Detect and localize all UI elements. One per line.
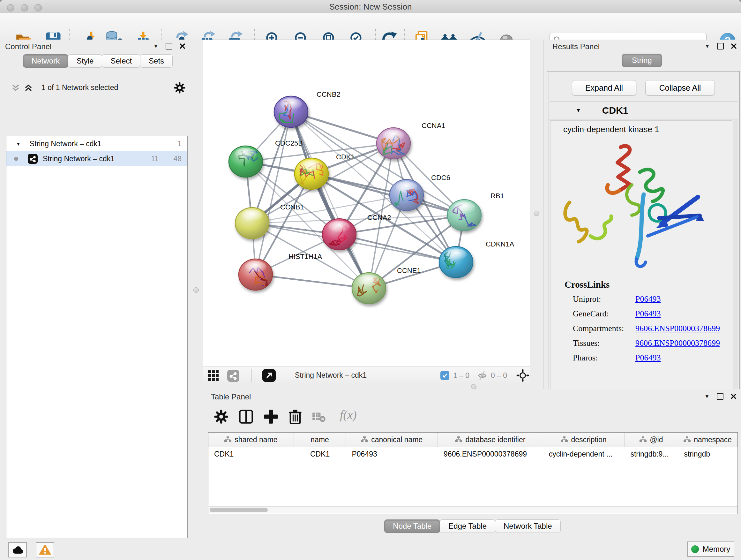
vertical-splitter-left[interactable] — [189, 40, 203, 538]
crosslinks-list: Uniprot:P06493GeneCard:P06493Compartment… — [573, 292, 732, 365]
column-header-database-identifier[interactable]: database identifier — [438, 433, 543, 447]
results-panel: Results Panel ▼ String Expand All Collap… — [543, 40, 741, 389]
control-panel-tabs: NetworkStyleSelectSets — [23, 54, 172, 68]
crosslink-link[interactable]: P06493 — [635, 309, 661, 319]
crosslink-link[interactable]: 9606.ENSP00000378699 — [635, 324, 720, 333]
network-view-title: String Network – cdk1 — [295, 371, 367, 380]
table-cell[interactable]: P06493 — [346, 447, 438, 461]
vertical-splitter-right[interactable] — [530, 40, 543, 389]
tab-string[interactable]: String — [622, 54, 662, 67]
protein-structure-image[interactable] — [560, 140, 707, 277]
tab-network-table[interactable]: Network Table — [495, 519, 561, 533]
results-card: Expand All Collapse All ▼ CDK1 cyclin-de… — [547, 71, 740, 405]
network-node-CDKN1A[interactable]: CDKN1A — [439, 240, 515, 278]
tab-style[interactable]: Style — [68, 54, 102, 68]
delete-table-icon[interactable] — [312, 411, 326, 423]
table-horizontal-scrollbar[interactable] — [209, 506, 738, 513]
export-view-button[interactable] — [262, 369, 276, 382]
birdseye-grid-icon[interactable] — [207, 370, 219, 382]
close-panel-icon[interactable] — [731, 393, 737, 399]
table-settings-gear-icon[interactable] — [213, 408, 229, 425]
tab-network[interactable]: Network — [23, 54, 68, 68]
column-header-description[interactable]: description — [543, 433, 625, 447]
network-edge[interactable] — [252, 215, 464, 223]
node-gloss — [241, 209, 263, 222]
crosshair-icon[interactable] — [516, 369, 529, 382]
network-collection-row[interactable]: ▼ String Network – cdk1 1 — [6, 136, 187, 151]
hierarchy-icon — [561, 436, 568, 443]
panel-menu-icon[interactable]: ▼ — [704, 43, 710, 50]
network-share-toggle-icon[interactable] — [227, 370, 239, 382]
selected-counts: 1 – 0 — [453, 371, 469, 380]
table-cell[interactable]: stringdb — [678, 447, 738, 461]
network-node-HIST1H1A[interactable]: HIST1H1A — [239, 253, 322, 290]
gene-header-row[interactable]: ▼ CDK1 — [549, 102, 738, 119]
delete-column-trash-icon[interactable] — [287, 408, 304, 425]
column-header-canonical-name[interactable]: canonical name — [346, 433, 438, 447]
node-label-CCNB1: CCNB1 — [280, 203, 304, 211]
close-panel-icon[interactable] — [179, 43, 185, 49]
tab-node-table[interactable]: Node Table — [384, 519, 440, 533]
network-edge[interactable] — [339, 215, 464, 234]
network-edge[interactable] — [291, 112, 369, 288]
float-panel-icon[interactable] — [717, 393, 724, 400]
hierarchy-icon — [684, 436, 690, 443]
expand-all-icon[interactable] — [23, 83, 33, 92]
collapse-all-button[interactable]: Collapse All — [645, 80, 715, 96]
node-label-CDC25B: CDC25B — [275, 139, 303, 147]
table-cell[interactable]: 9606.ENSP00000378699 — [438, 447, 543, 461]
node-label-HIST1H1A: HIST1H1A — [288, 253, 322, 260]
hierarchy-icon — [639, 436, 647, 443]
add-column-icon[interactable] — [263, 408, 279, 425]
tab-edge-table[interactable]: Edge Table — [440, 519, 495, 533]
table-row[interactable]: CDK1CDK1P064939606.ENSP00000378699cyclin… — [208, 447, 738, 461]
results-vertical-scrollbar[interactable] — [733, 120, 738, 396]
gear-icon[interactable] — [174, 82, 186, 94]
crosslinks-title: CrossLinks — [564, 279, 732, 290]
gene-description: cyclin-dependent kinase 1 — [550, 121, 732, 134]
memory-button[interactable]: Memory — [687, 542, 734, 557]
show-columns-icon[interactable] — [238, 408, 254, 425]
network-canvas[interactable]: CCNB2CCNA1CDC25BCDK1CDC6RB1CCNB1CCNA2CDK… — [203, 40, 530, 367]
network-row-selected[interactable]: String Network – cdk1 11 48 — [6, 151, 187, 166]
float-panel-icon[interactable] — [165, 43, 172, 50]
table-cell[interactable]: stringdb:9... — [624, 447, 678, 461]
crosslink-row: Compartments:9606.ENSP00000378699 — [573, 321, 732, 336]
tab-select[interactable]: Select — [102, 54, 140, 68]
crosslink-label: Uniprot: — [573, 294, 635, 304]
selected-checkbox-icon[interactable] — [441, 371, 449, 380]
crosslink-label: GeneCard: — [573, 309, 635, 319]
panel-menu-icon[interactable]: ▼ — [704, 393, 710, 400]
column-header-name[interactable]: name — [294, 433, 346, 447]
tab-sets[interactable]: Sets — [140, 54, 173, 68]
table-cell[interactable]: CDK1 — [208, 447, 294, 461]
panel-menu-icon[interactable]: ▼ — [153, 43, 158, 50]
network-node-RB1[interactable]: RB1 — [448, 192, 504, 231]
column-header-@id[interactable]: @id — [624, 433, 678, 447]
hidden-eye-icon — [477, 370, 488, 381]
collapse-all-icon[interactable] — [11, 83, 20, 92]
node-gloss — [396, 181, 417, 193]
column-header-shared-name[interactable]: shared name — [208, 433, 294, 447]
hierarchy-icon — [455, 436, 462, 443]
crosslink-row: Tissues:9606.ENSP00000378699 — [573, 336, 732, 351]
collapse-entry-icon[interactable]: ▼ — [576, 107, 581, 114]
warning-icon — [39, 544, 51, 555]
crosslink-link[interactable]: P06493 — [635, 294, 661, 304]
crosslink-link[interactable]: 9606.ENSP00000378699 — [635, 338, 720, 348]
cloud-button[interactable] — [8, 542, 27, 557]
hierarchy-icon — [224, 436, 231, 443]
network-node-CCNA1[interactable]: CCNA1 — [377, 122, 446, 159]
warnings-button[interactable] — [36, 542, 54, 557]
table-cell[interactable]: CDK1 — [294, 447, 346, 461]
float-panel-icon[interactable] — [717, 43, 724, 50]
node-gloss — [245, 261, 266, 273]
column-header-namespace[interactable]: namespace — [678, 433, 738, 447]
close-panel-icon[interactable] — [731, 43, 737, 49]
node-gloss — [454, 201, 475, 213]
expand-all-button[interactable]: Expand All — [572, 80, 636, 96]
crosslink-link[interactable]: P06493 — [635, 353, 661, 363]
network-collection-label: String Network – cdk1 — [30, 139, 102, 148]
expand-triangle-icon[interactable]: ▼ — [16, 141, 21, 146]
table-cell[interactable]: cyclin-dependent ... — [543, 447, 625, 461]
